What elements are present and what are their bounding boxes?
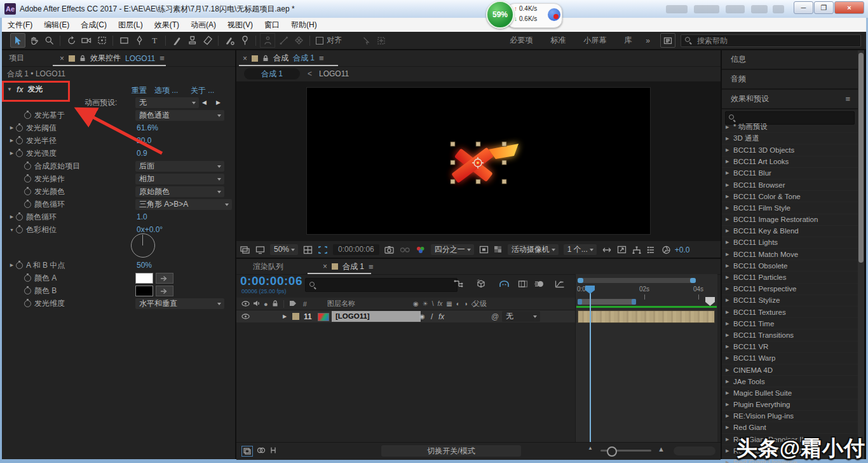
minimize-button[interactable]: ─ bbox=[794, 1, 813, 14]
layer-expander-icon[interactable]: ▶ bbox=[283, 314, 287, 319]
mesh-tool[interactable] bbox=[292, 34, 306, 47]
layer-label-swatch[interactable] bbox=[292, 313, 299, 320]
layer-fx-icon[interactable]: fx bbox=[438, 312, 444, 321]
property-value[interactable]: 0.9 bbox=[137, 149, 147, 158]
bones-tool[interactable] bbox=[276, 34, 290, 47]
workspace-essentials[interactable]: 必要项 bbox=[510, 35, 532, 46]
camera-tool[interactable] bbox=[79, 34, 93, 47]
options-link[interactable]: 选项 ... bbox=[154, 85, 178, 96]
draft-3d-icon[interactable] bbox=[474, 277, 488, 291]
menu-edit[interactable]: 编辑(E) bbox=[38, 18, 75, 32]
expander-icon[interactable]: ▶ bbox=[8, 138, 16, 143]
tab-effect-controls-target[interactable]: LOGO11 bbox=[125, 54, 155, 63]
parent-dropdown[interactable]: 无 bbox=[502, 311, 540, 322]
audio-panel-header[interactable]: 音频 bbox=[722, 70, 858, 90]
show-snapshot-icon[interactable] bbox=[400, 246, 410, 254]
expander-icon[interactable]: ▼ bbox=[8, 228, 16, 232]
expander-icon[interactable]: ▶ bbox=[8, 263, 16, 268]
playhead-handle[interactable] bbox=[585, 286, 595, 294]
timeline-search-box[interactable] bbox=[305, 278, 458, 292]
stopwatch-icon[interactable] bbox=[16, 125, 23, 132]
tab-timeline-comp[interactable]: 合成 1 bbox=[342, 261, 364, 272]
parent-pickwhip-icon[interactable]: @ bbox=[491, 312, 499, 321]
rotation-tool[interactable] bbox=[64, 34, 78, 47]
breadcrumb-comp[interactable]: 合成 1 bbox=[244, 68, 300, 79]
timeline-zoom-slider[interactable] bbox=[600, 450, 651, 452]
motion-blur-icon[interactable] bbox=[532, 277, 546, 291]
workspace-standard[interactable]: 标准 bbox=[550, 35, 566, 46]
stopwatch-icon[interactable] bbox=[24, 188, 31, 195]
fp-category[interactable]: ▶BCC11 Textures bbox=[722, 307, 858, 318]
property-value[interactable]: 20.0 bbox=[137, 136, 151, 145]
fp-category[interactable]: ▶Red Giant bbox=[722, 422, 858, 434]
expander-icon[interactable]: ▶ bbox=[8, 151, 16, 156]
fp-category[interactable]: ▶Plugin Everything bbox=[722, 399, 858, 411]
fp-category[interactable]: ▶BCC11 Warp bbox=[722, 353, 858, 364]
fp-category[interactable]: ▶CINEMA 4D bbox=[722, 364, 858, 376]
color-a-swatch[interactable] bbox=[135, 273, 153, 284]
snapshot-icon[interactable] bbox=[384, 245, 395, 254]
layer-name-column-header[interactable]: 图层名称 bbox=[327, 299, 355, 308]
primary-viewer-icon[interactable] bbox=[255, 245, 265, 254]
property-value[interactable]: 1.0 bbox=[137, 212, 147, 221]
eyedropper-icon[interactable] bbox=[156, 273, 173, 284]
zoom-slider-knob[interactable] bbox=[607, 446, 617, 457]
stopwatch-icon[interactable] bbox=[16, 137, 23, 144]
net-speed-widget[interactable]: 59% ↑0.4K/s ↓0.6K/s bbox=[486, 1, 564, 30]
fp-category[interactable]: ▶BCC11 Browser bbox=[722, 179, 858, 191]
comp-marker-bin-icon[interactable] bbox=[705, 297, 715, 306]
fp-category[interactable]: ▶BCC11 Color & Tone bbox=[722, 191, 858, 202]
transparency-grid-icon[interactable] bbox=[494, 245, 503, 254]
region-of-interest-icon[interactable] bbox=[318, 245, 328, 254]
panel-menu-icon[interactable]: ≡ bbox=[319, 53, 324, 63]
fp-category[interactable]: ▶BCC11 Art Looks bbox=[722, 156, 858, 168]
stopwatch-icon[interactable] bbox=[24, 112, 31, 119]
stopwatch-icon[interactable] bbox=[16, 150, 23, 157]
roi-toggle-icon[interactable] bbox=[479, 245, 489, 254]
tab-effect-controls[interactable]: 效果控件 bbox=[90, 53, 121, 64]
fp-category[interactable]: ▶BCC11 Key & Blend bbox=[722, 226, 858, 237]
pen-tool[interactable] bbox=[132, 34, 146, 47]
help-search-input[interactable] bbox=[696, 36, 857, 46]
zoom-tool[interactable] bbox=[42, 34, 56, 47]
workspace-overflow-chevron[interactable]: » bbox=[646, 36, 650, 45]
fp-category[interactable]: ▶BCC11 Obsolete bbox=[722, 260, 858, 272]
fp-category[interactable]: ▶BCC11 Particles bbox=[722, 272, 858, 283]
menu-composition[interactable]: 合成(C) bbox=[75, 18, 112, 32]
fp-category[interactable]: ▶BCC11 Time bbox=[722, 318, 858, 329]
info-panel-header[interactable]: 信息 bbox=[722, 50, 858, 70]
expand-inout-icon[interactable] bbox=[269, 446, 277, 456]
stopwatch-icon[interactable] bbox=[16, 226, 23, 233]
maximize-button[interactable]: ❐ bbox=[814, 1, 834, 14]
workspace-settings-icon[interactable] bbox=[660, 33, 675, 48]
fp-category[interactable]: ▶BCC11 Stylize bbox=[722, 295, 858, 307]
stopwatch-icon[interactable] bbox=[24, 275, 31, 282]
grid-guides-icon[interactable] bbox=[303, 245, 313, 254]
expander-icon[interactable]: ▶ bbox=[8, 214, 16, 219]
fp-category[interactable]: ▶BCC11 Transitions bbox=[722, 329, 858, 341]
hand-tool[interactable] bbox=[27, 34, 41, 47]
fp-category[interactable]: ▶JAe Tools bbox=[722, 376, 858, 387]
layer-quality-icon[interactable]: ◉ bbox=[419, 313, 425, 320]
stopwatch-icon[interactable] bbox=[24, 176, 31, 183]
current-timecode[interactable]: 0:00:00:06 bbox=[240, 274, 302, 288]
fp-category[interactable]: ▶BCC11 Match Move bbox=[722, 249, 858, 260]
color-b-swatch[interactable] bbox=[135, 286, 153, 296]
stopwatch-icon[interactable] bbox=[16, 214, 23, 221]
timeline-nav-scrollbar[interactable] bbox=[578, 278, 696, 283]
about-link[interactable]: 关于 ... bbox=[191, 85, 214, 96]
menu-view[interactable]: 视图(V) bbox=[222, 18, 259, 32]
tab-render-queue[interactable]: 渲染队列 bbox=[253, 261, 283, 272]
share-view-icon[interactable] bbox=[602, 246, 612, 254]
stopwatch-icon[interactable] bbox=[24, 300, 31, 307]
menu-animation[interactable]: 动画(A) bbox=[185, 18, 222, 32]
tab-composition[interactable]: 合成 bbox=[273, 53, 288, 64]
reset-exposure-icon[interactable] bbox=[617, 245, 627, 254]
property-value[interactable]: 0x+0.0° bbox=[137, 225, 163, 234]
expand-layer-switches-icon[interactable] bbox=[241, 446, 253, 457]
magnification-dropdown[interactable]: 50% bbox=[270, 244, 298, 255]
eyedropper-icon[interactable] bbox=[156, 286, 173, 296]
panel-menu-icon[interactable]: ≡ bbox=[845, 94, 850, 104]
timeline-h-scrollbar[interactable] bbox=[674, 446, 715, 455]
character-tool[interactable] bbox=[260, 33, 275, 48]
